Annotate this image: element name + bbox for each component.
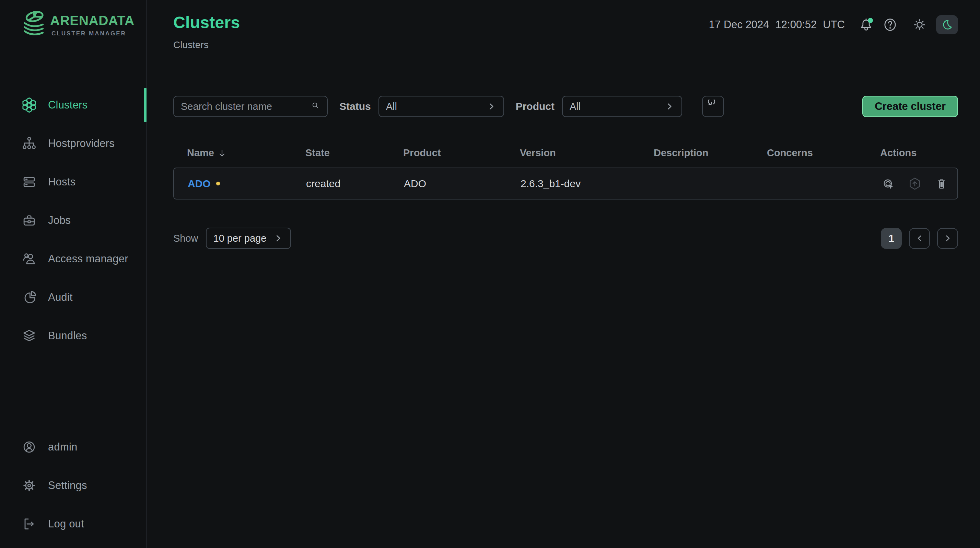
sidebar: ARENADATA CLUSTER MANAGER <box>0 0 146 548</box>
sidebar-item-label: Access manager <box>48 253 128 265</box>
chevron-right-icon <box>273 233 283 244</box>
per-page-value: 10 per page <box>213 233 267 244</box>
product-filter-select[interactable]: All <box>562 96 682 117</box>
create-cluster-button[interactable]: Create cluster <box>862 96 958 117</box>
datetime-display: 17 Dec 2024 12:00:52 UTC <box>709 19 845 31</box>
logout-icon <box>21 516 37 532</box>
topbar-right: 17 Dec 2024 12:00:52 UTC <box>709 15 958 34</box>
next-page-button[interactable] <box>937 228 958 249</box>
filter-toolbar: Status All Product All <box>173 96 958 117</box>
table-row: ADO created ADO 2.6.3_b1-dev <box>173 167 958 199</box>
concern-dot <box>216 182 220 185</box>
sidebar-item-hosts[interactable]: Hosts <box>0 163 146 201</box>
column-header-description[interactable]: Description <box>654 147 767 159</box>
column-header-actions: Actions <box>880 147 958 159</box>
audit-pie-icon <box>21 290 37 305</box>
sidebar-nav: Clusters Hostproviders <box>0 86 146 355</box>
sidebar-footer: admin Settings <box>0 428 146 548</box>
arenadata-cluster-manager-app: ARENADATA CLUSTER MANAGER <box>0 0 980 548</box>
notification-dot <box>868 18 873 23</box>
table-header-row: Name State Product Version Description C… <box>173 144 958 162</box>
sidebar-item-clusters[interactable]: Clusters <box>0 86 146 124</box>
page-title-block: Clusters Clusters <box>173 13 240 51</box>
sort-descending-icon[interactable] <box>218 149 226 158</box>
product-filter-value: All <box>570 101 581 112</box>
page-title: Clusters <box>173 13 240 32</box>
cell-name: ADO <box>188 178 306 190</box>
status-filter-select[interactable]: All <box>379 96 504 117</box>
notifications-button[interactable] <box>859 17 873 32</box>
page-controls: 1 <box>881 228 958 249</box>
column-header-state[interactable]: State <box>305 147 403 159</box>
pagination-bar: Show 10 per page 1 <box>173 228 958 249</box>
sidebar-item-label: Jobs <box>48 214 71 226</box>
column-header-name[interactable]: Name <box>187 147 305 159</box>
bundles-layers-icon <box>21 328 37 344</box>
sidebar-item-label: Hosts <box>48 176 75 188</box>
main-content: Clusters Clusters 17 Dec 2024 12:00:52 U… <box>146 0 980 548</box>
chevron-left-icon <box>915 234 924 243</box>
product-filter-label: Product <box>516 100 555 112</box>
hostproviders-hierarchy-icon <box>21 135 37 151</box>
sidebar-item-label: Settings <box>48 480 87 492</box>
arenadata-db-logo-icon <box>20 9 48 37</box>
brand-name: ARENADATA <box>50 14 135 27</box>
status-filter-label: Status <box>339 100 371 112</box>
refresh-icon <box>706 100 720 113</box>
sidebar-item-admin-profile[interactable]: admin <box>0 428 146 466</box>
show-label: Show <box>173 233 198 244</box>
chevron-right-icon <box>943 234 953 243</box>
delete-cluster-button[interactable] <box>934 177 949 191</box>
sidebar-item-jobs[interactable]: Jobs <box>0 201 146 240</box>
cluster-search <box>173 96 328 117</box>
column-header-version[interactable]: Version <box>520 147 654 159</box>
brand-logo: ARENADATA CLUSTER MANAGER <box>0 0 146 37</box>
hosts-server-icon <box>21 174 37 190</box>
sidebar-item-label: admin <box>48 441 77 453</box>
sidebar-item-settings[interactable]: Settings <box>0 466 146 505</box>
upgrade-cluster-button[interactable] <box>908 177 922 191</box>
breadcrumb[interactable]: Clusters <box>173 40 240 51</box>
sidebar-item-hostproviders[interactable]: Hostproviders <box>0 124 146 163</box>
date-text: 17 Dec 2024 <box>709 19 769 31</box>
cluster-name-link[interactable]: ADO <box>188 178 211 190</box>
sun-icon <box>912 17 927 32</box>
upgrade-icon <box>908 177 922 191</box>
column-header-product[interactable]: Product <box>403 147 520 159</box>
sidebar-item-label: Audit <box>48 291 73 304</box>
search-icon <box>310 100 321 113</box>
per-page-select[interactable]: 10 per page <box>206 228 291 249</box>
help-button[interactable] <box>883 17 898 32</box>
jobs-briefcase-icon <box>21 212 37 228</box>
open-cluster-icon <box>881 177 895 191</box>
sidebar-item-access-manager[interactable]: Access manager <box>0 240 146 278</box>
sidebar-item-bundles[interactable]: Bundles <box>0 317 146 355</box>
sidebar-item-label: Clusters <box>48 99 88 111</box>
sidebar-item-audit[interactable]: Audit <box>0 278 146 317</box>
sidebar-item-logout[interactable]: Log out <box>0 505 146 543</box>
page-number-button[interactable]: 1 <box>881 228 902 249</box>
question-icon <box>883 17 898 32</box>
moon-icon <box>940 18 954 32</box>
cell-version: 2.6.3_b1-dev <box>520 178 654 190</box>
page-header: Clusters Clusters 17 Dec 2024 12:00:52 U… <box>173 0 958 51</box>
access-manager-users-icon <box>21 251 37 267</box>
refresh-button[interactable] <box>702 96 724 117</box>
delete-icon <box>934 177 949 191</box>
column-header-concerns: Concerns <box>767 147 880 159</box>
user-icon <box>21 439 37 455</box>
chevron-right-icon <box>664 101 675 112</box>
sidebar-item-label: Bundles <box>48 330 87 342</box>
chevron-right-icon <box>486 101 496 112</box>
brand-text: ARENADATA CLUSTER MANAGER <box>50 14 135 37</box>
clusters-honeycomb-icon <box>21 97 37 113</box>
gear-icon <box>21 478 37 494</box>
sidebar-item-label: Hostproviders <box>48 137 115 150</box>
status-filter-value: All <box>386 101 397 112</box>
cell-product: ADO <box>404 178 520 190</box>
dark-theme-button[interactable] <box>936 15 958 34</box>
open-cluster-button[interactable] <box>881 177 895 191</box>
previous-page-button[interactable] <box>909 228 930 249</box>
light-theme-button[interactable] <box>912 17 927 32</box>
search-input[interactable] <box>181 101 310 112</box>
